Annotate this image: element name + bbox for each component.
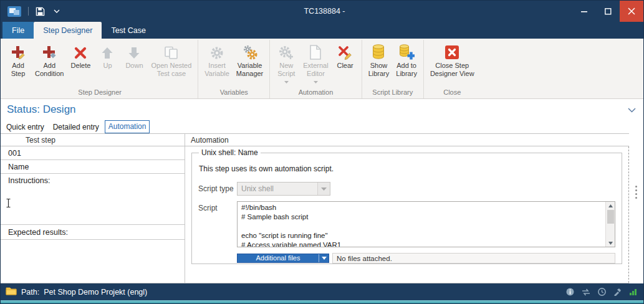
down-button: Down [121,42,147,88]
down-arrow-icon [127,44,141,60]
sync-icon[interactable] [582,288,590,296]
activity-status-icon[interactable] [629,288,637,296]
red-square-x-icon [444,44,460,60]
tab-step-designer[interactable]: Step Designer [34,22,102,39]
down-label: Down [125,62,143,70]
show-library-label: Show Library [368,62,390,78]
step-name-cell[interactable]: Name [1,160,185,174]
external-editor-button: External Editor [300,42,331,88]
folder-icon [6,287,17,297]
clear-x-pencil-icon [337,44,353,60]
automation-column-header: Automation [185,136,629,145]
add-step-button[interactable]: Add Step [5,42,31,88]
script-editor[interactable]: #!/bin/bash # Sample bash script echo "s… [237,201,615,247]
close-button[interactable] [620,1,643,22]
tab-step-designer-label: Step Designer [43,26,92,35]
add-to-library-button[interactable]: Add to Library [393,42,420,88]
tools-icon[interactable] [613,288,622,296]
content-column-headers: Test step Automation [1,134,629,146]
up-label: Up [103,62,112,70]
unix-shell-groupbox-title: Unix shell: Name [199,148,261,157]
additional-files-label: Additional files [238,255,319,262]
tab-file[interactable]: File [2,22,34,39]
tab-test-case[interactable]: Test Case [102,22,155,39]
minimize-button[interactable] [572,1,596,22]
tab-detailed-entry[interactable]: Detailed entry [50,121,102,133]
add-step-label: Add Step [11,62,26,78]
script-label: Script [198,201,237,247]
database-plus-icon [398,44,415,60]
delete-button[interactable]: Delete [67,42,94,88]
variable-manager-label: Variable Manager [236,62,263,78]
tab-automation-label: Automation [108,122,147,131]
collapse-chevron-icon[interactable] [628,104,636,115]
additional-files-dropdown-icon [319,254,329,262]
ribbon-group-variables: Insert Variable Variable Manager Variabl… [198,40,269,98]
add-condition-button[interactable]: Add Condition [32,42,67,88]
scrollbar-thumb[interactable] [607,210,614,224]
up-button: Up [94,42,120,88]
quick-access-dropdown-icon[interactable] [52,7,62,15]
window-title: TC138884 - [149,7,500,16]
status-title: Status: Design [7,103,628,116]
app-window: TC138884 - File Step Designer Test Case [0,0,644,304]
path-label: Path: [21,288,39,297]
insert-variable-button: Insert Variable [201,42,233,88]
close-step-designer-view-button[interactable]: Close Step Designer View [427,42,478,88]
additional-files-button[interactable]: Additional files [237,254,329,263]
ribbon-group-step-designer: Add Step Add Condition Delete [2,40,198,98]
window-bottom-edge [1,300,643,303]
select-dropdown-icon [317,183,330,195]
app-icon[interactable] [6,4,23,19]
instructions-edit-area[interactable] [1,188,185,225]
tab-detailed-entry-label: Detailed entry [53,123,99,131]
new-script-button: New Script [273,42,299,88]
unix-shell-groupbox: Unix shell: Name This step uses its own … [191,148,622,264]
script-type-value: Unix shell [238,184,317,193]
panel-splitter-grip[interactable] [633,183,639,201]
entry-tab-strip: Quick entry Detailed entry Automation [1,120,643,133]
nested-pages-icon [163,44,180,60]
ribbon-group-script-library: Show Library Add to Library Script Libra… [362,40,423,98]
save-button[interactable] [34,5,47,18]
external-editor-dropdown-icon [314,80,318,83]
scroll-down-icon[interactable] [606,239,615,247]
info-icon[interactable] [566,288,574,296]
gear-plus-icon [278,44,294,60]
tab-file-label: File [12,26,24,35]
script-scrollbar[interactable] [605,202,615,247]
script-type-select: Unix shell [237,182,330,196]
expected-results-label: Expected results: [1,225,185,240]
scroll-up-icon[interactable] [606,202,615,209]
tab-quick-entry[interactable]: Quick entry [3,121,47,133]
script-content[interactable]: #!/bin/bash # Sample bash script echo "s… [238,202,615,247]
clear-label: Clear [337,62,353,70]
show-library-button[interactable]: Show Library [365,42,393,88]
automation-panel: Unix shell: Name This step uses its own … [185,146,629,283]
ribbon-group-close: Close Step Designer View Close [423,40,481,98]
script-type-label: Script type [198,182,237,196]
tab-quick-entry-label: Quick entry [6,123,44,131]
tab-automation[interactable]: Automation [105,120,150,133]
step-number-cell[interactable]: 001 [1,146,185,160]
open-nested-label: Open Nested Test case [151,62,191,78]
ribbon-tab-strip: File Step Designer Test Case [1,22,643,39]
gear-icon [209,44,224,60]
insert-variable-label: Insert Variable [204,62,229,78]
attached-files-field: No files attached. [332,253,615,264]
add-to-library-label: Add to Library [396,62,417,78]
clock-icon[interactable] [598,288,606,296]
add-condition-label: Add Condition [35,62,64,78]
group-label-step-designer: Step Designer [2,88,198,98]
new-script-dropdown-icon [284,80,289,83]
close-step-designer-view-label: Close Step Designer View [430,62,474,78]
add-condition-icon [41,44,57,60]
up-arrow-icon [100,44,114,60]
maximize-button[interactable] [596,1,620,22]
delete-label: Delete [71,62,91,70]
clear-button[interactable]: Clear [332,42,358,88]
variable-manager-button[interactable]: Variable Manager [233,42,266,88]
group-label-automation: Automation [270,88,361,98]
instructions-label: Instructions: [1,174,185,188]
group-label-variables: Variables [198,88,269,98]
